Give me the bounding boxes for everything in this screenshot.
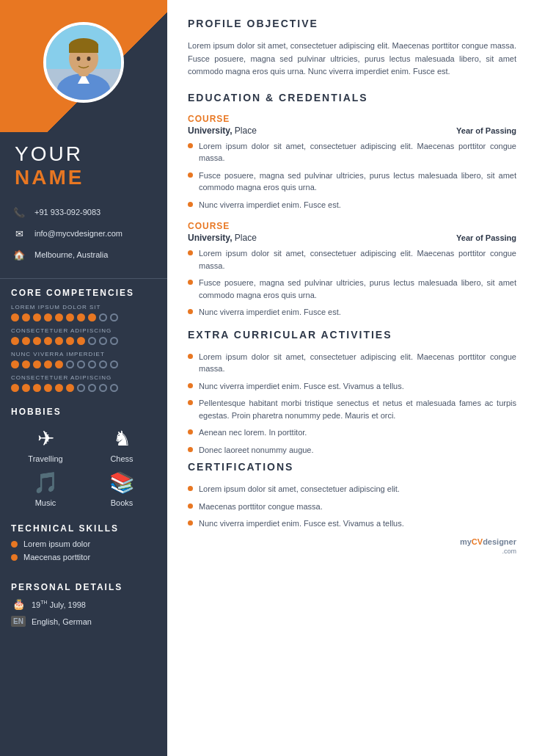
skill-1: Lorem ipsum dolor xyxy=(11,539,156,548)
personal-language: EN English, German xyxy=(11,616,156,627)
dot xyxy=(44,313,52,321)
list-item: Fusce posuere, magna sed pulvinar ultric… xyxy=(188,170,516,194)
university-text-1: University, Place xyxy=(188,126,257,136)
birthday-icon: 🎂 xyxy=(11,598,26,610)
education-title: EDUCATION & CREDENTIALS xyxy=(188,92,516,106)
year-passing-2: Year of Passing xyxy=(456,233,516,242)
dot-empty xyxy=(110,360,118,368)
name-display: YOUR NAME xyxy=(15,142,153,189)
dot xyxy=(33,360,41,368)
list-item: Aenean nec lorem. In porttitor. xyxy=(188,426,516,439)
dot xyxy=(11,360,19,368)
svg-rect-7 xyxy=(69,44,98,53)
hobbies-grid: ✈ Travelling ♞ Chess 🎵 Music 📚 Books xyxy=(11,426,156,507)
education-block-2: COURSE University, Place Year of Passing… xyxy=(188,221,516,319)
personal-details-section: 🎂 19TH July, 1998 EN English, German xyxy=(0,598,167,640)
dot xyxy=(22,384,30,392)
name-prefix: YOUR xyxy=(15,142,83,165)
education-block-1: COURSE University, Place Year of Passing… xyxy=(188,114,516,211)
email-icon: ✉ xyxy=(11,225,27,241)
edu-bullets-2: Lorem ipsum dolor sit amet, consectetuer… xyxy=(188,247,516,319)
technical-skills-title: TECHNICAL SKILLS xyxy=(0,515,167,539)
dot xyxy=(66,313,74,321)
dot-empty xyxy=(99,313,107,321)
course-label-2: COURSE xyxy=(188,221,516,231)
name-section: YOUR NAME xyxy=(0,132,167,197)
dot xyxy=(33,313,41,321)
dot xyxy=(11,384,19,392)
dot xyxy=(44,384,52,392)
contact-email: ✉ info@mycvdesigner.com xyxy=(11,225,156,241)
watermark-designer: designer xyxy=(483,537,516,546)
competency-label-2: CONSECTETUER ADIPISCING xyxy=(11,327,156,334)
bullet-text: Pellentesque habitant morbi tristique se… xyxy=(199,397,516,421)
bullet-dot xyxy=(188,486,193,491)
watermark: myCVdesigner.com xyxy=(188,537,516,555)
dot xyxy=(88,313,96,321)
list-item: Nunc viverra imperdiet enim. Fusce est. … xyxy=(188,517,516,530)
dots-row-4 xyxy=(11,384,156,392)
list-item: Maecenas porttitor congue massa. xyxy=(188,501,516,513)
hobby-books: 📚 Books xyxy=(87,470,156,507)
bullet-text: Lorem ipsum dolor sit amet, consectetuer… xyxy=(199,351,516,375)
dot xyxy=(44,360,52,368)
dot-empty xyxy=(110,337,118,345)
hobby-label-books: Books xyxy=(111,498,134,507)
bullet-text: Aenean nec lorem. In porttitor. xyxy=(199,426,307,439)
dot xyxy=(33,337,41,345)
dot-empty xyxy=(77,384,85,392)
dot-empty xyxy=(88,384,96,392)
skill-dot xyxy=(11,541,18,548)
dot xyxy=(33,384,41,392)
skill-2: Maecenas porttitor xyxy=(11,553,156,561)
bullet-text: Nunc viverra imperdiet enim. Fusce est. xyxy=(199,199,341,211)
watermark-cv: CV xyxy=(472,537,483,546)
phone-icon: 📞 xyxy=(11,204,27,220)
bullet-text: Nunc viverra imperdiet enim. Fusce est. … xyxy=(199,517,404,530)
profile-title: PROFILE OBJECTIVE xyxy=(188,18,516,32)
hobby-music: 🎵 Music xyxy=(11,470,80,507)
hobby-label-travelling: Travelling xyxy=(28,454,62,463)
list-item: Nunc viverra imperdiet enim. Fusce est. xyxy=(188,199,516,211)
list-item: Pellentesque habitant morbi tristique se… xyxy=(188,397,516,421)
bullet-dot xyxy=(188,504,193,509)
plane-icon: ✈ xyxy=(37,426,54,451)
language-text: English, German xyxy=(32,617,92,626)
bullet-dot xyxy=(188,520,193,526)
hobby-chess: ♞ Chess xyxy=(87,426,156,463)
bullet-dot xyxy=(188,447,193,452)
watermark-my: my xyxy=(460,537,472,546)
competency-4: CONSECTETUER ADIPISCING xyxy=(0,374,167,398)
dot xyxy=(55,384,63,392)
bullet-text: Lorem ipsum dolor sit amet, consectetuer… xyxy=(199,247,516,272)
bullet-dot xyxy=(188,280,193,285)
location-text: Melbourne, Australia xyxy=(34,250,108,259)
dot xyxy=(66,384,74,392)
svg-point-8 xyxy=(77,57,81,61)
dot xyxy=(11,313,19,321)
dot xyxy=(66,337,74,345)
competency-label-3: NUNC VIVERRA IMPERDIET xyxy=(11,351,156,357)
dot xyxy=(22,313,30,321)
list-item: Donec laoreet nonummy augue. xyxy=(188,444,516,457)
watermark-com: .com xyxy=(502,548,516,555)
svg-point-9 xyxy=(87,57,91,61)
bullet-text: Lorem ipsum dolor sit amet, consectetuer… xyxy=(199,140,516,164)
dot-empty xyxy=(99,384,107,392)
music-icon: 🎵 xyxy=(33,470,59,495)
dot xyxy=(22,360,30,368)
dot-empty xyxy=(110,313,118,321)
bullet-text: Fusce posuere, magna sed pulvinar ultric… xyxy=(199,170,516,194)
hobby-label-chess: Chess xyxy=(110,454,133,463)
bullet-dot xyxy=(188,309,193,314)
competency-1: LOREM IPSUM DOLOR SIT xyxy=(0,304,167,327)
bullet-dot xyxy=(188,202,193,207)
dot xyxy=(55,360,63,368)
bullet-dot xyxy=(188,143,193,148)
avatar xyxy=(43,22,124,103)
year-passing-1: Year of Passing xyxy=(456,126,516,135)
bullet-dot xyxy=(188,400,193,405)
cert-bullets: Lorem ipsum dolor sit amet, consectetuer… xyxy=(188,483,516,530)
competency-2: CONSECTETUER ADIPISCING xyxy=(0,327,167,351)
university-text-2: University, Place xyxy=(188,233,257,243)
